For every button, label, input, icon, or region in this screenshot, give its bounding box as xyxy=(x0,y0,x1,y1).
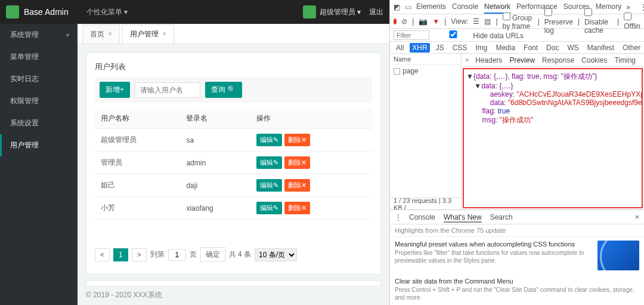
record-icon[interactable] xyxy=(394,19,397,24)
edit-button[interactable]: 编辑✎ xyxy=(256,134,282,146)
close-detail-icon[interactable]: × xyxy=(465,56,469,64)
cell-login: sa xyxy=(180,129,250,152)
devtools-tab-console[interactable]: Console xyxy=(452,1,478,14)
device-icon[interactable]: ▭ xyxy=(405,3,411,11)
devtools-tab-network[interactable]: Network xyxy=(484,1,510,14)
sidebar-item-users[interactable]: 用户管理 xyxy=(0,134,78,156)
search-icon: 🔍 xyxy=(227,85,236,94)
edit-button[interactable]: 编辑✎ xyxy=(256,179,282,192)
table-row: 小芳xiaofang编辑✎删除✕ xyxy=(95,197,372,220)
page-input[interactable] xyxy=(168,249,186,261)
close-icon[interactable]: × xyxy=(162,30,166,38)
sidebar: 系统管理▾ 菜单管理 实时日志 权限管理 系统设置 用户管理 xyxy=(0,24,78,305)
chevron-down-icon: ▾ xyxy=(124,8,128,16)
type-ws[interactable]: WS xyxy=(565,43,581,53)
table-row: 管理员admin编辑✎删除✕ xyxy=(95,152,372,174)
add-button[interactable]: 新增+ xyxy=(100,82,130,98)
logout-link[interactable]: 退出 xyxy=(369,7,383,17)
subtab-response[interactable]: Response xyxy=(542,56,574,64)
sidebar-item-system[interactable]: 系统管理▾ xyxy=(0,24,78,46)
sidebar-item-settings[interactable]: 系统设置 xyxy=(0,112,78,134)
search-button[interactable]: 查询 🔍 xyxy=(205,82,242,98)
search-input[interactable] xyxy=(135,82,200,98)
detail-tabs: × HeadersPreviewResponseCookiesTiming xyxy=(462,54,644,67)
cell-login: daji xyxy=(180,174,250,197)
avatar[interactable] xyxy=(303,5,316,19)
camera-icon[interactable]: 📷 xyxy=(419,17,428,26)
confirm-page[interactable]: 确定 xyxy=(200,247,225,262)
close-icon[interactable]: × xyxy=(635,213,639,221)
pagination: < 1 > 到第 页 确定 共 4 条 10 条/页 xyxy=(95,244,372,266)
edit-button[interactable]: 编辑✎ xyxy=(256,156,282,169)
offline-checkbox[interactable]: Offlin xyxy=(624,13,640,30)
tab-home[interactable]: 首页× xyxy=(82,24,120,44)
hide-data-urls-checkbox[interactable]: Hide data URLs xyxy=(435,30,524,40)
sidebar-item-menu[interactable]: 菜单管理 xyxy=(0,46,78,68)
prev-page[interactable]: < xyxy=(95,248,110,261)
preview-thumb xyxy=(597,241,639,270)
more-tabs[interactable]: » xyxy=(626,3,630,11)
request-row[interactable]: page xyxy=(390,65,461,77)
type-js[interactable]: JS xyxy=(434,43,447,53)
drawer: ⋮ ConsoleWhat's NewSearch × Highlights f… xyxy=(390,210,644,305)
type-media[interactable]: Media xyxy=(493,43,518,53)
sidebar-item-log[interactable]: 实时日志 xyxy=(0,68,78,90)
type-manifest[interactable]: Manifest xyxy=(585,43,617,53)
whatsnew-item[interactable]: Meaningful preset values when autocomple… xyxy=(390,237,644,274)
group-by-frame-checkbox[interactable]: Group by frame xyxy=(503,13,533,30)
subtab-cookies[interactable]: Cookies xyxy=(581,56,607,64)
delete-button[interactable]: 删除✕ xyxy=(284,202,310,214)
type-font[interactable]: Font xyxy=(521,43,540,53)
delete-button[interactable]: 删除✕ xyxy=(284,156,310,169)
edit-button[interactable]: 编辑✎ xyxy=(256,202,282,214)
next-page[interactable]: > xyxy=(132,248,147,261)
subtab-timing[interactable]: Timing xyxy=(614,56,636,64)
subtab-headers[interactable]: Headers xyxy=(475,56,502,64)
delete-button[interactable]: 删除✕ xyxy=(284,179,310,192)
type-doc[interactable]: Doc xyxy=(544,43,561,53)
delete-button[interactable]: 删除✕ xyxy=(284,134,310,146)
overview-icon[interactable]: ▤ xyxy=(484,17,491,26)
table-row: 妲己daji编辑✎删除✕ xyxy=(95,174,372,197)
logo-icon xyxy=(6,5,19,19)
type-other[interactable]: Other xyxy=(620,43,643,53)
drawer-tab-search[interactable]: Search xyxy=(490,213,513,221)
close-icon[interactable]: × xyxy=(108,30,112,38)
table-row: 超级管理员sa编辑✎删除✕ xyxy=(95,129,372,152)
col-username: 用户名称 xyxy=(95,109,180,129)
user-label[interactable]: 超级管理员 ▾ xyxy=(320,7,361,17)
clear-icon[interactable]: ⊘ xyxy=(401,17,407,26)
network-toolbar: ⊘ | 📷 ▼ | View: ☰ ▤ | Group by frame | P… xyxy=(390,14,644,29)
drawer-tab-console[interactable]: Console xyxy=(409,213,435,221)
brand: Base Admin xyxy=(24,7,69,17)
header: Base Admin 个性化菜单 ▾ 超级管理员 ▾ 退出 xyxy=(0,0,389,24)
network-status: 1 / 23 requests | 3.3 KB / … xyxy=(390,198,461,210)
per-page-select[interactable]: 10 条/页 xyxy=(255,248,297,261)
type-all[interactable]: All xyxy=(394,43,406,53)
drawer-tab-whatsnew[interactable]: What's New xyxy=(444,213,482,223)
chevron-down-icon: ▾ xyxy=(66,32,69,38)
filter-input[interactable] xyxy=(394,30,429,40)
page-1[interactable]: 1 xyxy=(113,248,128,261)
devtools-tab-elements[interactable]: Elements xyxy=(416,1,446,14)
card-title: 用户列表 xyxy=(95,61,372,72)
preview-pane[interactable]: ▼{data: {,…}, flag: true, msg: "操作成功"} ▼… xyxy=(463,68,643,208)
type-img[interactable]: Img xyxy=(473,43,490,53)
filter-toggle-icon[interactable]: ▼ xyxy=(432,17,439,26)
drawer-menu-icon[interactable]: ⋮ xyxy=(395,213,402,221)
ops-card: 操作菜单 xyxy=(86,281,381,285)
personal-menu-link[interactable]: 个性化菜单 ▾ xyxy=(86,7,128,17)
type-xhr[interactable]: XHR xyxy=(410,43,429,53)
name-column-header[interactable]: Name xyxy=(390,54,461,65)
sidebar-item-perm[interactable]: 权限管理 xyxy=(0,90,78,112)
whatsnew-item[interactable]: Clear site data from the Command MenuPre… xyxy=(390,274,644,305)
col-ops: 操作 xyxy=(250,109,372,129)
large-rows-icon[interactable]: ☰ xyxy=(473,17,479,26)
inspect-icon[interactable]: ◩ xyxy=(394,3,400,11)
tab-users[interactable]: 用户管理× xyxy=(122,24,174,44)
type-css[interactable]: CSS xyxy=(450,43,470,53)
devtools-menu-icon[interactable]: ⋮ xyxy=(640,3,644,11)
subtab-preview[interactable]: Preview xyxy=(509,56,535,64)
user-list-card: 用户列表 新增+ 查询 🔍 用户名称 登录名 操作 超级管理员sa编辑✎删除✕管… xyxy=(86,53,381,275)
footer: © 2019 - 2020 XXX系统 xyxy=(78,285,389,305)
